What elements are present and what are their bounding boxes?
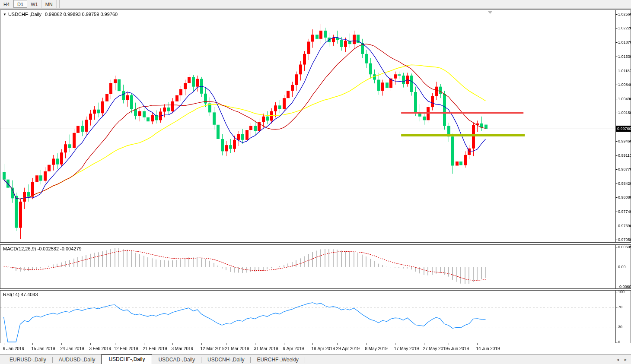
- tab-usdcad-daily[interactable]: USDCAD-,Daily: [152, 355, 201, 364]
- rsi-pane-canvas[interactable]: [0, 290, 631, 343]
- tab-audusd-daily[interactable]: AUDUSD-,Daily: [53, 355, 102, 364]
- price-chart-canvas[interactable]: [0, 9, 631, 243]
- chart-shift-marker-icon: [488, 11, 493, 14]
- date-axis-canvas: [0, 343, 631, 354]
- tab-separator: [305, 357, 305, 363]
- macd-indicator-label: MACD(12,26,9) -0.002532 -0.004279: [3, 246, 82, 251]
- timeframe-toolbar: H4 D1 W1 MN: [0, 0, 631, 9]
- chart-symbol-label: USDCHF-,Daily: [8, 12, 41, 17]
- timeframe-mn-button[interactable]: MN: [42, 0, 57, 8]
- mt4-window: H4 D1 W1 MN ▼USDCHF-,Daily0.99862 0.9989…: [0, 0, 631, 364]
- tab-scroll-right-button[interactable]: ►: [624, 358, 628, 362]
- timeframe-d1-button[interactable]: D1: [13, 0, 27, 8]
- collapse-triangle-icon[interactable]: ▼: [3, 13, 6, 16]
- tab-scroll-left-button[interactable]: ◄: [616, 358, 620, 362]
- timeframe-w1-button[interactable]: W1: [27, 0, 42, 8]
- toolbar-separator: [59, 0, 60, 8]
- tab-eurchf-weekly[interactable]: EURCHF-,Weekly: [251, 355, 304, 364]
- tab-eurusd-daily[interactable]: EURUSD-,Daily: [3, 355, 52, 364]
- chart-title: ▼USDCHF-,Daily0.99862 0.99893 0.99759 0.…: [3, 12, 118, 17]
- chart-tabbar: EURUSD-,Daily AUDUSD-,Daily USDCHF-,Dail…: [0, 354, 631, 364]
- timeframe-h4-button[interactable]: H4: [0, 0, 13, 8]
- tab-usdcnh-daily[interactable]: USDCNH-,Daily: [201, 355, 250, 364]
- tab-usdchf-daily[interactable]: USDCHF-,Daily: [101, 355, 152, 364]
- chart-ohlc-values: 0.99862 0.99893 0.99759 0.99760: [45, 12, 118, 17]
- rsi-indicator-label: RSI(14) 47.4043: [3, 292, 38, 297]
- macd-pane-canvas[interactable]: [0, 244, 631, 289]
